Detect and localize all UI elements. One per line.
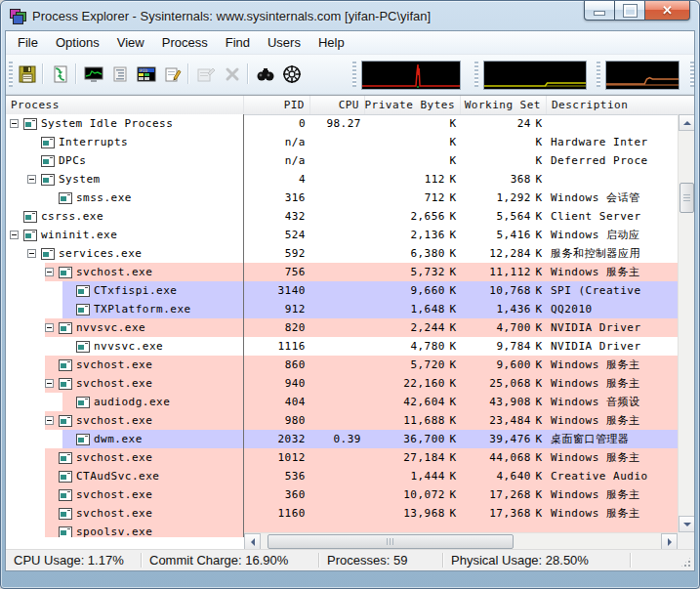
process-row[interactable]: svchost.exe36010,072K17,268KWindows 服务主 <box>6 485 678 504</box>
process-row[interactable]: svchost.exe7565,732K11,112KWindows 服务主 <box>6 263 678 281</box>
io-history-graph[interactable] <box>605 61 679 90</box>
cell-private-bytes-unit: K <box>445 207 461 226</box>
expander-icon[interactable] <box>10 231 19 239</box>
process-row[interactable]: Interruptsn/aKKHardware Inter <box>6 133 678 151</box>
column-header-pid[interactable]: PID <box>244 96 310 114</box>
toolbar-gripper[interactable] <box>690 62 694 87</box>
process-row[interactable]: DPCsn/aKKDeferred Proce <box>6 151 678 170</box>
properties-icon <box>196 65 216 83</box>
cell-private-bytes: 13,968 <box>365 504 445 523</box>
process-row[interactable]: svchost.exe8605,720K9,600KWindows 服务主 <box>6 356 678 374</box>
cell-description: Deferred Proce <box>547 151 678 170</box>
cell-private-bytes: 2,244 <box>365 318 445 337</box>
cell-working-set-unit: K <box>531 393 547 411</box>
graph-gripper[interactable] <box>474 62 478 87</box>
cpu-history-graph[interactable] <box>361 61 461 90</box>
process-row[interactable]: audiodg.exe40442,604K43,908KWindows 音频设 <box>6 393 678 411</box>
horizontal-scrollbar[interactable] <box>244 532 678 549</box>
expander-icon[interactable] <box>10 119 19 128</box>
column-header-process[interactable]: Process <box>6 96 244 114</box>
cell-cpu <box>310 337 365 356</box>
menu-item-users[interactable]: Users <box>259 33 309 52</box>
expander-icon[interactable] <box>45 323 54 332</box>
process-row[interactable]: svchost.exe116013,968K17,368KWindows 服务主 <box>6 504 678 523</box>
toolbar-separator <box>247 63 248 84</box>
show-process-tree-button[interactable] <box>107 61 133 87</box>
view-handles-button[interactable]: PID <box>134 61 159 87</box>
process-row[interactable]: svchost.exe98011,688K23,484KWindows 服务主 <box>6 411 678 430</box>
cell-description: Windows 会话管 <box>547 189 678 207</box>
refresh-button[interactable] <box>48 61 73 87</box>
resize-grip-icon[interactable] <box>679 556 692 568</box>
maximize-button[interactable] <box>615 1 645 21</box>
process-row[interactable]: svchost.exe94022,160K25,068KWindows 服务主 <box>6 374 678 393</box>
scroll-right-button[interactable] <box>661 533 678 549</box>
expander-icon[interactable] <box>45 268 54 276</box>
menu-item-process[interactable]: Process <box>153 33 217 52</box>
menu-item-help[interactable]: Help <box>309 33 353 52</box>
menu-item-options[interactable]: Options <box>47 33 108 52</box>
close-button[interactable]: ✕ <box>645 1 690 21</box>
find-window-button[interactable] <box>279 61 305 87</box>
menu-item-view[interactable]: View <box>108 33 153 52</box>
column-header-cpu[interactable]: CPU <box>310 96 365 114</box>
expander-icon[interactable] <box>45 416 54 425</box>
process-icon <box>76 434 90 445</box>
expander-icon[interactable] <box>45 379 54 388</box>
scroll-up-button[interactable] <box>679 114 694 131</box>
vertical-scroll-thumb[interactable] <box>679 183 694 213</box>
process-row[interactable]: csrss.exe4322,656K5,564KClient Server <box>6 207 678 226</box>
scroll-down-button[interactable] <box>679 516 694 532</box>
toolbar-gripper[interactable] <box>9 62 13 87</box>
process-row[interactable]: smss.exe316712K1,292KWindows 会话管 <box>6 189 678 207</box>
toolbar-separator <box>187 63 188 84</box>
caption-buttons: ✕ <box>584 1 690 20</box>
kill-process-button[interactable] <box>220 61 245 87</box>
tree-node: smss.exe <box>6 189 132 207</box>
expander-icon[interactable] <box>27 175 36 184</box>
graph-gripper[interactable] <box>597 62 600 87</box>
menu-item-file[interactable]: File <box>9 33 47 52</box>
save-button[interactable] <box>15 61 40 87</box>
process-name: services.exe <box>59 247 142 260</box>
process-row[interactable]: CTAudSvc.exe5361,444K4,640KCreative Audi… <box>6 467 678 485</box>
cell-pid: 980 <box>244 411 310 430</box>
cell-cpu <box>310 374 365 393</box>
process-row[interactable]: System4112K368K <box>6 170 678 189</box>
cell-pid: 940 <box>244 374 310 393</box>
commit-history-graph[interactable] <box>483 61 587 90</box>
process-row[interactable]: CTxfispi.exe31409,660K10,768KSPI (Creati… <box>6 281 678 300</box>
view-dlls-button[interactable] <box>160 61 185 87</box>
menu-item-find[interactable]: Find <box>217 33 259 52</box>
process-name: System <box>59 173 101 186</box>
minimize-button[interactable] <box>584 1 615 21</box>
process-row[interactable]: System Idle Process098.27K24K <box>6 114 678 133</box>
column-header-private-bytes[interactable]: Private Bytes <box>365 96 461 114</box>
expander-icon[interactable] <box>27 249 36 258</box>
process-icon <box>41 174 55 186</box>
process-row[interactable]: nvvsvc.exe8202,244K4,700KNVIDIA Driver <box>6 318 678 337</box>
tree-node: Interrupts <box>6 133 128 151</box>
process-row[interactable]: dwm.exe20320.3936,700K39,476K桌面窗口管理器 <box>6 430 678 448</box>
properties-button[interactable] <box>193 61 219 87</box>
cell-private-bytes: 5,732 <box>365 263 445 281</box>
process-row[interactable]: services.exe5926,380K12,284K服务和控制器应用 <box>6 244 678 263</box>
cell-private-bytes-unit: K <box>445 337 461 356</box>
column-header-working-set[interactable]: Working Set <box>461 96 547 114</box>
scroll-left-button[interactable] <box>244 533 261 549</box>
column-header-description[interactable]: Description <box>547 96 694 114</box>
app-icon[interactable] <box>10 8 26 23</box>
vertical-scrollbar[interactable] <box>678 114 694 549</box>
find-handle-button[interactable] <box>253 61 278 87</box>
cell-process: nvvsvc.exe <box>6 318 244 337</box>
process-row[interactable]: nvvsvc.exe11164,780K9,784KNVIDIA Driver <box>6 337 678 356</box>
cell-pid: 3140 <box>244 281 310 300</box>
cell-private-bytes-unit: K <box>445 114 461 133</box>
graph-gripper[interactable] <box>352 62 356 87</box>
process-row[interactable]: TXPlatform.exe9121,648K1,436KQQ2010 <box>6 300 678 318</box>
process-row[interactable]: svchost.exe101227,184K44,068KWindows 服务主 <box>6 448 678 467</box>
horizontal-scroll-thumb[interactable] <box>268 534 514 549</box>
system-information-button[interactable] <box>81 61 106 87</box>
process-row[interactable]: wininit.exe5242,136K5,416KWindows 启动应 <box>6 226 678 244</box>
cell-private-bytes: 2,136 <box>365 226 445 244</box>
